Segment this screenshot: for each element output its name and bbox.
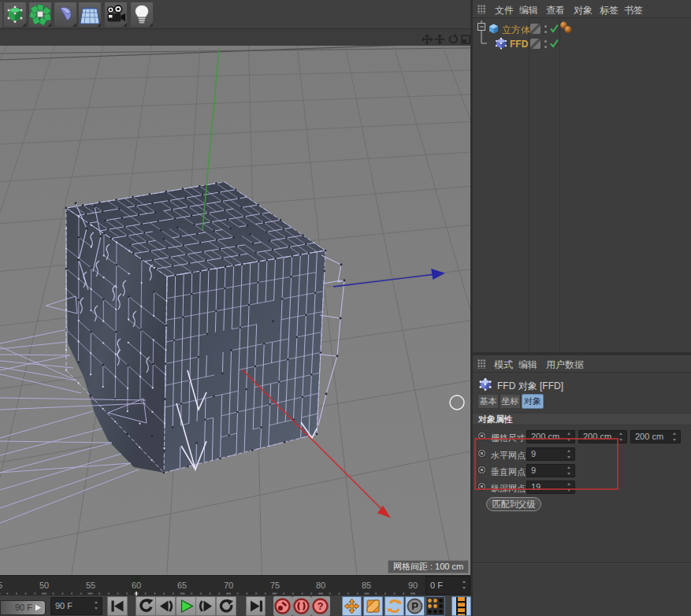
svg-text:?: ?	[318, 600, 324, 612]
svg-text:P: P	[411, 600, 418, 612]
